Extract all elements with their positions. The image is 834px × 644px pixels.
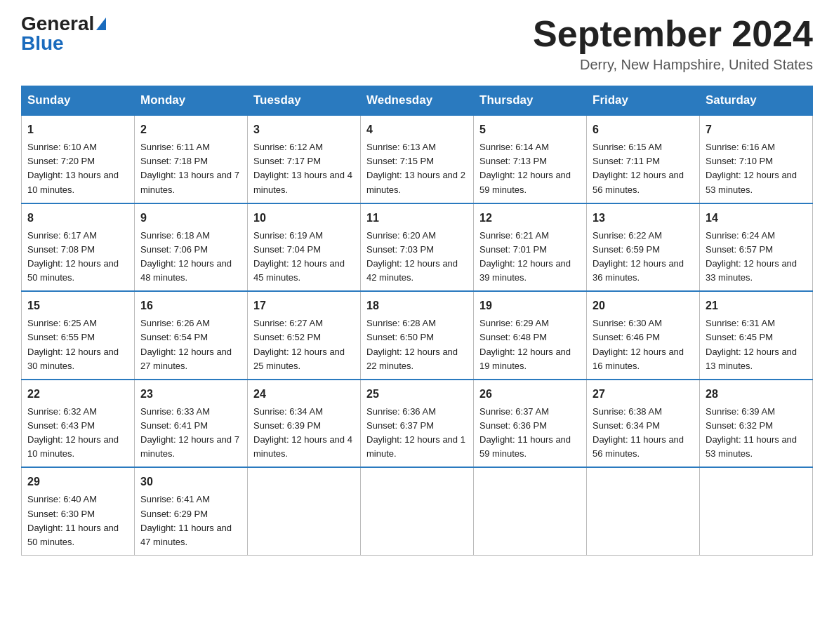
day-number: 23 xyxy=(140,386,241,403)
page-header: General Blue September 2024 Derry, New H… xyxy=(21,14,813,73)
calendar-row: 29Sunrise: 6:40 AMSunset: 6:30 PMDayligh… xyxy=(22,467,813,555)
table-row: 24Sunrise: 6:34 AMSunset: 6:39 PMDayligh… xyxy=(248,380,361,468)
calendar-header-row: Sunday Monday Tuesday Wednesday Thursday… xyxy=(22,86,813,116)
day-info: Sunrise: 6:40 AMSunset: 6:30 PMDaylight:… xyxy=(27,492,128,549)
day-number: 29 xyxy=(27,474,128,490)
day-number: 21 xyxy=(706,297,807,314)
month-title: September 2024 xyxy=(533,14,813,54)
day-number: 7 xyxy=(706,121,807,138)
calendar-row: 1Sunrise: 6:10 AMSunset: 7:20 PMDaylight… xyxy=(22,115,813,203)
table-row: 23Sunrise: 6:33 AMSunset: 6:41 PMDayligh… xyxy=(135,380,248,468)
day-info: Sunrise: 6:39 AMSunset: 6:32 PMDaylight:… xyxy=(706,405,807,462)
calendar-row: 22Sunrise: 6:32 AMSunset: 6:43 PMDayligh… xyxy=(22,380,813,468)
day-number: 25 xyxy=(366,386,468,403)
table-row: 6Sunrise: 6:15 AMSunset: 7:11 PMDaylight… xyxy=(587,115,700,203)
day-number: 20 xyxy=(593,297,694,314)
table-row: 10Sunrise: 6:19 AMSunset: 7:04 PMDayligh… xyxy=(248,203,361,292)
col-wednesday: Wednesday xyxy=(361,86,474,116)
table-row: 16Sunrise: 6:26 AMSunset: 6:54 PMDayligh… xyxy=(135,291,248,380)
col-thursday: Thursday xyxy=(474,86,587,116)
table-row: 30Sunrise: 6:41 AMSunset: 6:29 PMDayligh… xyxy=(135,467,248,555)
calendar-table: Sunday Monday Tuesday Wednesday Thursday… xyxy=(21,86,813,556)
table-row: 3Sunrise: 6:12 AMSunset: 7:17 PMDaylight… xyxy=(248,115,361,203)
day-info: Sunrise: 6:10 AMSunset: 7:20 PMDaylight:… xyxy=(27,140,128,197)
table-row: 12Sunrise: 6:21 AMSunset: 7:01 PMDayligh… xyxy=(474,203,587,292)
table-row: 17Sunrise: 6:27 AMSunset: 6:52 PMDayligh… xyxy=(248,291,361,380)
day-info: Sunrise: 6:20 AMSunset: 7:03 PMDaylight:… xyxy=(366,229,468,286)
day-info: Sunrise: 6:11 AMSunset: 7:18 PMDaylight:… xyxy=(140,140,241,197)
table-row: 27Sunrise: 6:38 AMSunset: 6:34 PMDayligh… xyxy=(587,380,700,468)
day-info: Sunrise: 6:19 AMSunset: 7:04 PMDaylight:… xyxy=(253,229,355,286)
day-info: Sunrise: 6:21 AMSunset: 7:01 PMDaylight:… xyxy=(479,229,581,286)
day-info: Sunrise: 6:25 AMSunset: 6:55 PMDaylight:… xyxy=(27,316,128,373)
day-info: Sunrise: 6:30 AMSunset: 6:46 PMDaylight:… xyxy=(593,316,694,373)
col-saturday: Saturday xyxy=(700,86,813,116)
table-row: 15Sunrise: 6:25 AMSunset: 6:55 PMDayligh… xyxy=(22,291,135,380)
day-number: 4 xyxy=(366,121,468,138)
logo-triangle-icon xyxy=(96,18,106,30)
day-number: 14 xyxy=(706,210,807,227)
day-number: 26 xyxy=(479,386,581,403)
day-info: Sunrise: 6:27 AMSunset: 6:52 PMDaylight:… xyxy=(253,316,355,373)
day-number: 28 xyxy=(706,386,807,403)
table-row xyxy=(587,467,700,555)
table-row: 20Sunrise: 6:30 AMSunset: 6:46 PMDayligh… xyxy=(587,291,700,380)
table-row: 11Sunrise: 6:20 AMSunset: 7:03 PMDayligh… xyxy=(361,203,474,292)
day-number: 13 xyxy=(593,210,694,227)
col-tuesday: Tuesday xyxy=(248,86,361,116)
calendar-row: 8Sunrise: 6:17 AMSunset: 7:08 PMDaylight… xyxy=(22,203,813,292)
table-row: 19Sunrise: 6:29 AMSunset: 6:48 PMDayligh… xyxy=(474,291,587,380)
table-row: 7Sunrise: 6:16 AMSunset: 7:10 PMDaylight… xyxy=(700,115,813,203)
day-info: Sunrise: 6:32 AMSunset: 6:43 PMDaylight:… xyxy=(27,405,128,462)
day-number: 17 xyxy=(253,297,355,314)
table-row: 8Sunrise: 6:17 AMSunset: 7:08 PMDaylight… xyxy=(22,203,135,292)
table-row xyxy=(474,467,587,555)
day-info: Sunrise: 6:41 AMSunset: 6:29 PMDaylight:… xyxy=(140,492,241,549)
table-row: 28Sunrise: 6:39 AMSunset: 6:32 PMDayligh… xyxy=(700,380,813,468)
table-row xyxy=(361,467,474,555)
day-info: Sunrise: 6:18 AMSunset: 7:06 PMDaylight:… xyxy=(140,229,241,286)
day-number: 8 xyxy=(27,210,128,227)
day-info: Sunrise: 6:15 AMSunset: 7:11 PMDaylight:… xyxy=(593,140,694,197)
day-number: 2 xyxy=(140,121,241,138)
day-number: 27 xyxy=(593,386,694,403)
day-info: Sunrise: 6:33 AMSunset: 6:41 PMDaylight:… xyxy=(140,405,241,462)
logo-general: General xyxy=(21,13,94,34)
day-info: Sunrise: 6:36 AMSunset: 6:37 PMDaylight:… xyxy=(366,405,468,462)
day-info: Sunrise: 6:26 AMSunset: 6:54 PMDaylight:… xyxy=(140,316,241,373)
day-number: 5 xyxy=(479,121,581,138)
day-number: 1 xyxy=(27,121,128,138)
table-row: 21Sunrise: 6:31 AMSunset: 6:45 PMDayligh… xyxy=(700,291,813,380)
table-row: 9Sunrise: 6:18 AMSunset: 7:06 PMDaylight… xyxy=(135,203,248,292)
day-info: Sunrise: 6:22 AMSunset: 6:59 PMDaylight:… xyxy=(593,229,694,286)
day-number: 30 xyxy=(140,474,241,490)
location-subtitle: Derry, New Hampshire, United States xyxy=(533,57,813,73)
logo-blue: Blue xyxy=(21,34,64,53)
logo: General Blue xyxy=(21,14,106,53)
day-number: 18 xyxy=(366,297,468,314)
day-info: Sunrise: 6:38 AMSunset: 6:34 PMDaylight:… xyxy=(593,405,694,462)
day-info: Sunrise: 6:12 AMSunset: 7:17 PMDaylight:… xyxy=(253,140,355,197)
table-row: 22Sunrise: 6:32 AMSunset: 6:43 PMDayligh… xyxy=(22,380,135,468)
day-info: Sunrise: 6:31 AMSunset: 6:45 PMDaylight:… xyxy=(706,316,807,373)
table-row: 29Sunrise: 6:40 AMSunset: 6:30 PMDayligh… xyxy=(22,467,135,555)
calendar-row: 15Sunrise: 6:25 AMSunset: 6:55 PMDayligh… xyxy=(22,291,813,380)
table-row xyxy=(700,467,813,555)
table-row: 18Sunrise: 6:28 AMSunset: 6:50 PMDayligh… xyxy=(361,291,474,380)
day-number: 12 xyxy=(479,210,581,227)
table-row: 26Sunrise: 6:37 AMSunset: 6:36 PMDayligh… xyxy=(474,380,587,468)
table-row: 4Sunrise: 6:13 AMSunset: 7:15 PMDaylight… xyxy=(361,115,474,203)
day-number: 24 xyxy=(253,386,355,403)
day-info: Sunrise: 6:28 AMSunset: 6:50 PMDaylight:… xyxy=(366,316,468,373)
day-number: 16 xyxy=(140,297,241,314)
day-number: 19 xyxy=(479,297,581,314)
table-row: 14Sunrise: 6:24 AMSunset: 6:57 PMDayligh… xyxy=(700,203,813,292)
day-info: Sunrise: 6:24 AMSunset: 6:57 PMDaylight:… xyxy=(706,229,807,286)
col-monday: Monday xyxy=(135,86,248,116)
title-section: September 2024 Derry, New Hampshire, Uni… xyxy=(533,14,813,73)
table-row: 25Sunrise: 6:36 AMSunset: 6:37 PMDayligh… xyxy=(361,380,474,468)
day-info: Sunrise: 6:29 AMSunset: 6:48 PMDaylight:… xyxy=(479,316,581,373)
day-number: 9 xyxy=(140,210,241,227)
table-row: 2Sunrise: 6:11 AMSunset: 7:18 PMDaylight… xyxy=(135,115,248,203)
table-row: 1Sunrise: 6:10 AMSunset: 7:20 PMDaylight… xyxy=(22,115,135,203)
